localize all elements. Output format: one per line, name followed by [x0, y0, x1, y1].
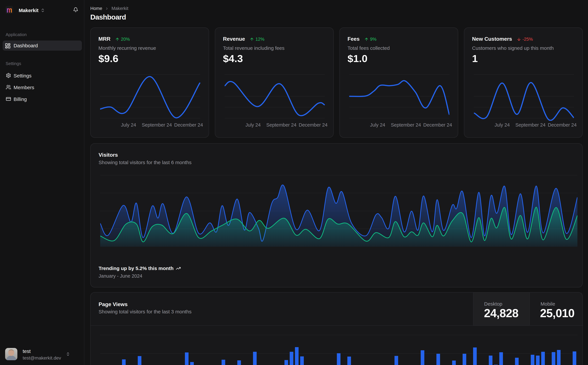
svg-text:m: m: [7, 6, 12, 14]
